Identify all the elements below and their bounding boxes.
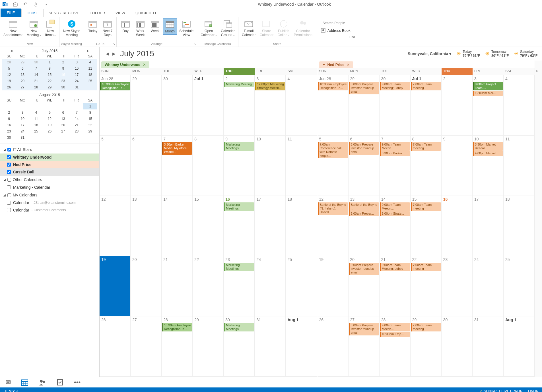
group-checkbox[interactable] — [7, 193, 11, 197]
day-cell[interactable]: 19 — [318, 256, 349, 316]
day-cell[interactable]: 27 — [131, 316, 162, 377]
minical-day[interactable]: 17 — [16, 122, 30, 128]
tasks-nav-icon[interactable] — [56, 379, 64, 386]
minical-day[interactable]: 9 — [2, 116, 16, 122]
day-cell[interactable]: 17 — [473, 196, 504, 256]
minical-day[interactable]: 24 — [70, 78, 84, 84]
minical-day[interactable]: 6 — [16, 65, 30, 72]
calendar-item-marketing[interactable]: Marketing - Calendar — [0, 184, 99, 191]
minical-day[interactable]: 8 — [43, 65, 57, 72]
minical-day[interactable]: 28 — [70, 128, 84, 134]
month-view-button[interactable]: Month — [163, 18, 177, 35]
day-cell[interactable]: 29 — [131, 75, 162, 136]
day-cell[interactable]: 21 — [162, 256, 193, 316]
day-cell[interactable]: 26 — [100, 316, 131, 377]
minical-day[interactable]: 29 — [16, 59, 30, 65]
close-tab-icon[interactable]: ✕ — [347, 63, 350, 67]
tab-quickhelp[interactable]: QUICKHELP — [130, 9, 163, 17]
minical-day[interactable]: 29 — [83, 128, 97, 134]
next-7-days-button[interactable]: 7Next 7Days — [100, 18, 115, 38]
send-receive-icon[interactable] — [13, 1, 18, 7]
touch-mode-icon[interactable] — [33, 1, 39, 7]
day-cell[interactable]: 219:00am Team Meeting; Lobby — [380, 256, 411, 316]
calendar-event[interactable]: Marketing Meeting — [224, 82, 254, 87]
calendar-item-customer[interactable]: Calendar - Customer Comments — [0, 206, 99, 214]
calendar-event[interactable]: 7:00am Team meeting — [411, 263, 441, 271]
minical-day[interactable] — [70, 103, 84, 109]
calendar-event[interactable]: 7:00am Team meeting — [411, 202, 441, 211]
calendar-event[interactable]: 3:30pm Barker ... — [380, 151, 410, 156]
minical-day[interactable]: 5 — [43, 109, 57, 116]
work-week-button[interactable]: WorkWeek — [133, 18, 147, 38]
calendar-event[interactable]: 6:00am Prepare investor roundup email — [349, 323, 379, 335]
day-cell[interactable]: 12Battle of the Boyne (N. Ireland); Unit… — [318, 196, 349, 256]
minical-prev-icon[interactable]: ◀ — [10, 49, 13, 52]
undo-icon[interactable] — [23, 1, 28, 7]
minical-day[interactable]: 4 — [29, 109, 43, 116]
day-cell[interactable]: 9Marketing Meetings — [224, 136, 255, 196]
tab-file[interactable]: FILE — [1, 9, 21, 17]
calendar-event[interactable]: 12:00pm Mar... — [473, 91, 503, 96]
calendar-event[interactable]: 6:00am Prepare investor roundup email — [349, 263, 379, 275]
minical-day[interactable]: 27 — [56, 128, 70, 134]
minical-day[interactable]: 27 — [16, 84, 30, 90]
day-view-button[interactable]: Day — [118, 18, 133, 34]
minical-day[interactable]: 30 — [29, 59, 43, 65]
day-cell[interactable]: Aug 1 — [286, 316, 317, 377]
day-cell[interactable]: 23Marketing Meetings — [224, 256, 255, 316]
day-cell[interactable]: 289:00am Team Meetin...10:30am Emp... — [380, 316, 411, 377]
calendar-checkbox[interactable] — [7, 208, 11, 212]
minical-day[interactable]: 2 — [2, 109, 16, 116]
calendar-event[interactable]: 10:30am Emp... — [380, 332, 410, 337]
minical-day[interactable]: 15 — [83, 116, 97, 122]
minical-day[interactable]: 16 — [56, 72, 70, 78]
day-cell[interactable]: 24 — [473, 256, 504, 316]
calendar-groups-button[interactable]: CalendarGroups ▾ — [219, 18, 236, 38]
minical-day[interactable]: 23 — [56, 78, 70, 84]
day-cell[interactable]: 20 — [131, 256, 162, 316]
minical-day[interactable]: 3 — [70, 59, 84, 65]
day-cell[interactable]: 25 — [504, 256, 535, 316]
minical-day[interactable]: 21 — [70, 122, 84, 128]
calendar-event[interactable]: 9:00am Team Meetin... — [380, 202, 410, 211]
minical-day[interactable]: 6 — [56, 109, 70, 116]
day-cell[interactable]: 31 — [473, 316, 504, 377]
day-cell[interactable]: Jun 2810:30am Employee Recognition Te... — [318, 75, 349, 136]
day-cell[interactable]: 38:00am Project Team ...12:00pm Mar... — [473, 75, 504, 136]
calendar-event[interactable]: 3:00pm Strate... — [380, 211, 410, 216]
day-cell[interactable]: 13Battle of the Boyne ...6:00am Prepar..… — [349, 196, 380, 256]
minical-day[interactable]: 13 — [56, 116, 70, 122]
minical-day[interactable]: 16 — [2, 122, 16, 128]
calendar-event[interactable]: 6:00am Prepare investor roundup email — [349, 82, 379, 94]
calendar-event[interactable]: 7:00am Team meeting — [411, 142, 441, 151]
minical-day[interactable]: 1 — [43, 59, 57, 65]
minical-day[interactable] — [43, 103, 57, 109]
day-cell[interactable]: 29 — [193, 316, 224, 377]
day-cell[interactable]: 15 — [193, 196, 224, 256]
minical-day[interactable] — [83, 134, 97, 141]
weather-location[interactable]: Sunnyvale, California ▾ — [408, 51, 451, 56]
day-cell[interactable]: 87:00am Team meeting — [411, 136, 442, 196]
calendar-checkbox[interactable] — [7, 170, 11, 174]
calendar-event[interactable]: 6:00am Prepar... — [349, 211, 379, 216]
day-cell[interactable]: 11 — [286, 136, 317, 196]
weather-saturday[interactable]: ☀Saturday79°F / 63°F — [514, 50, 537, 58]
calendar-event[interactable]: 3:30pm Market Resear... — [473, 142, 503, 151]
day-cell[interactable]: 30 — [442, 316, 473, 377]
minical-day[interactable] — [2, 103, 16, 109]
day-cell[interactable]: 57:00am Conference call with Remote empl… — [318, 136, 349, 196]
day-cell[interactable]: 24 — [255, 256, 286, 316]
minical-day[interactable]: 15 — [43, 72, 57, 78]
new-appointment-button[interactable]: NewAppointment — [2, 18, 24, 38]
minical-day[interactable]: 10 — [16, 116, 30, 122]
day-cell[interactable]: 227:00am Team meeting — [411, 256, 442, 316]
mail-nav-icon[interactable]: ✉ — [6, 379, 11, 386]
status-send-receive-error[interactable]: ⚠ SEND/RECEIVE ERROR — [480, 389, 522, 392]
day-cell[interactable]: 297:00am Team meeting — [411, 316, 442, 377]
day-cell[interactable]: 73:30pm Barker Media; My office; Whitne.… — [162, 136, 193, 196]
calendar-item-cassie[interactable]: Cassie Ball — [0, 168, 99, 176]
close-tab-icon[interactable]: ✕ — [143, 63, 146, 67]
tab-home[interactable]: HOME — [21, 9, 44, 17]
calendar-event[interactable]: 12:00pm Marketing Strategy Meetin... — [255, 82, 285, 90]
email-calendar-button[interactable]: E-mailCalendar — [240, 18, 257, 38]
